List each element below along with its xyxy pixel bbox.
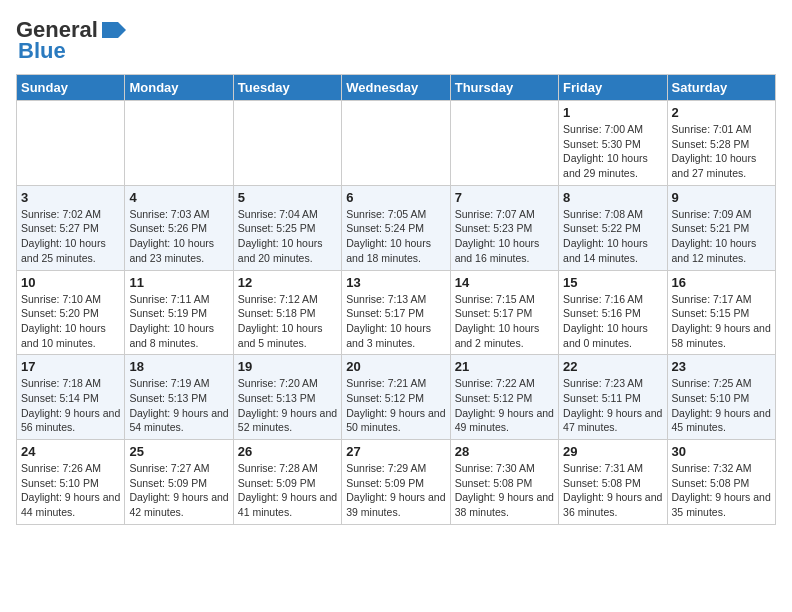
day-info: Sunrise: 7:31 AMSunset: 5:08 PMDaylight:… xyxy=(563,461,662,520)
day-number: 23 xyxy=(672,359,771,374)
day-info: Sunrise: 7:01 AMSunset: 5:28 PMDaylight:… xyxy=(672,122,771,181)
day-cell: 24Sunrise: 7:26 AMSunset: 5:10 PMDayligh… xyxy=(17,440,125,525)
day-cell: 8Sunrise: 7:08 AMSunset: 5:22 PMDaylight… xyxy=(559,185,667,270)
day-cell xyxy=(450,101,558,186)
day-info: Sunrise: 7:08 AMSunset: 5:22 PMDaylight:… xyxy=(563,207,662,266)
day-number: 19 xyxy=(238,359,337,374)
day-cell: 2Sunrise: 7:01 AMSunset: 5:28 PMDaylight… xyxy=(667,101,775,186)
day-cell xyxy=(342,101,450,186)
day-cell: 22Sunrise: 7:23 AMSunset: 5:11 PMDayligh… xyxy=(559,355,667,440)
day-cell: 19Sunrise: 7:20 AMSunset: 5:13 PMDayligh… xyxy=(233,355,341,440)
week-row-1: 1Sunrise: 7:00 AMSunset: 5:30 PMDaylight… xyxy=(17,101,776,186)
logo-icon xyxy=(98,16,126,44)
day-info: Sunrise: 7:26 AMSunset: 5:10 PMDaylight:… xyxy=(21,461,120,520)
day-number: 5 xyxy=(238,190,337,205)
day-cell: 15Sunrise: 7:16 AMSunset: 5:16 PMDayligh… xyxy=(559,270,667,355)
day-cell: 10Sunrise: 7:10 AMSunset: 5:20 PMDayligh… xyxy=(17,270,125,355)
day-cell: 12Sunrise: 7:12 AMSunset: 5:18 PMDayligh… xyxy=(233,270,341,355)
day-info: Sunrise: 7:25 AMSunset: 5:10 PMDaylight:… xyxy=(672,376,771,435)
day-info: Sunrise: 7:05 AMSunset: 5:24 PMDaylight:… xyxy=(346,207,445,266)
day-info: Sunrise: 7:29 AMSunset: 5:09 PMDaylight:… xyxy=(346,461,445,520)
week-row-4: 17Sunrise: 7:18 AMSunset: 5:14 PMDayligh… xyxy=(17,355,776,440)
day-number: 20 xyxy=(346,359,445,374)
weekday-header-sunday: Sunday xyxy=(17,75,125,101)
day-cell: 29Sunrise: 7:31 AMSunset: 5:08 PMDayligh… xyxy=(559,440,667,525)
day-cell: 13Sunrise: 7:13 AMSunset: 5:17 PMDayligh… xyxy=(342,270,450,355)
calendar-table: SundayMondayTuesdayWednesdayThursdayFrid… xyxy=(16,74,776,525)
day-number: 4 xyxy=(129,190,228,205)
day-info: Sunrise: 7:11 AMSunset: 5:19 PMDaylight:… xyxy=(129,292,228,351)
day-cell: 7Sunrise: 7:07 AMSunset: 5:23 PMDaylight… xyxy=(450,185,558,270)
day-number: 12 xyxy=(238,275,337,290)
day-number: 8 xyxy=(563,190,662,205)
day-info: Sunrise: 7:10 AMSunset: 5:20 PMDaylight:… xyxy=(21,292,120,351)
day-cell: 18Sunrise: 7:19 AMSunset: 5:13 PMDayligh… xyxy=(125,355,233,440)
day-number: 28 xyxy=(455,444,554,459)
day-cell xyxy=(125,101,233,186)
day-cell: 1Sunrise: 7:00 AMSunset: 5:30 PMDaylight… xyxy=(559,101,667,186)
day-cell: 9Sunrise: 7:09 AMSunset: 5:21 PMDaylight… xyxy=(667,185,775,270)
day-info: Sunrise: 7:00 AMSunset: 5:30 PMDaylight:… xyxy=(563,122,662,181)
header: General Blue xyxy=(16,16,776,64)
day-info: Sunrise: 7:21 AMSunset: 5:12 PMDaylight:… xyxy=(346,376,445,435)
day-number: 13 xyxy=(346,275,445,290)
day-number: 9 xyxy=(672,190,771,205)
day-number: 15 xyxy=(563,275,662,290)
day-number: 1 xyxy=(563,105,662,120)
day-number: 16 xyxy=(672,275,771,290)
weekday-header-tuesday: Tuesday xyxy=(233,75,341,101)
day-info: Sunrise: 7:04 AMSunset: 5:25 PMDaylight:… xyxy=(238,207,337,266)
weekday-header-monday: Monday xyxy=(125,75,233,101)
day-info: Sunrise: 7:16 AMSunset: 5:16 PMDaylight:… xyxy=(563,292,662,351)
day-cell: 26Sunrise: 7:28 AMSunset: 5:09 PMDayligh… xyxy=(233,440,341,525)
logo: General Blue xyxy=(16,16,126,64)
weekday-header-wednesday: Wednesday xyxy=(342,75,450,101)
svg-marker-0 xyxy=(102,22,126,38)
day-number: 11 xyxy=(129,275,228,290)
day-cell: 20Sunrise: 7:21 AMSunset: 5:12 PMDayligh… xyxy=(342,355,450,440)
weekday-header-saturday: Saturday xyxy=(667,75,775,101)
week-row-2: 3Sunrise: 7:02 AMSunset: 5:27 PMDaylight… xyxy=(17,185,776,270)
day-info: Sunrise: 7:22 AMSunset: 5:12 PMDaylight:… xyxy=(455,376,554,435)
day-cell: 6Sunrise: 7:05 AMSunset: 5:24 PMDaylight… xyxy=(342,185,450,270)
day-info: Sunrise: 7:28 AMSunset: 5:09 PMDaylight:… xyxy=(238,461,337,520)
day-cell: 30Sunrise: 7:32 AMSunset: 5:08 PMDayligh… xyxy=(667,440,775,525)
week-row-3: 10Sunrise: 7:10 AMSunset: 5:20 PMDayligh… xyxy=(17,270,776,355)
day-number: 7 xyxy=(455,190,554,205)
day-number: 30 xyxy=(672,444,771,459)
day-cell: 25Sunrise: 7:27 AMSunset: 5:09 PMDayligh… xyxy=(125,440,233,525)
weekday-header-row: SundayMondayTuesdayWednesdayThursdayFrid… xyxy=(17,75,776,101)
day-cell: 21Sunrise: 7:22 AMSunset: 5:12 PMDayligh… xyxy=(450,355,558,440)
day-number: 18 xyxy=(129,359,228,374)
day-number: 22 xyxy=(563,359,662,374)
day-cell: 17Sunrise: 7:18 AMSunset: 5:14 PMDayligh… xyxy=(17,355,125,440)
day-cell xyxy=(233,101,341,186)
day-cell: 4Sunrise: 7:03 AMSunset: 5:26 PMDaylight… xyxy=(125,185,233,270)
day-cell xyxy=(17,101,125,186)
day-number: 26 xyxy=(238,444,337,459)
day-number: 17 xyxy=(21,359,120,374)
day-info: Sunrise: 7:27 AMSunset: 5:09 PMDaylight:… xyxy=(129,461,228,520)
day-info: Sunrise: 7:18 AMSunset: 5:14 PMDaylight:… xyxy=(21,376,120,435)
day-info: Sunrise: 7:20 AMSunset: 5:13 PMDaylight:… xyxy=(238,376,337,435)
weekday-header-friday: Friday xyxy=(559,75,667,101)
day-number: 21 xyxy=(455,359,554,374)
day-number: 24 xyxy=(21,444,120,459)
day-number: 29 xyxy=(563,444,662,459)
day-cell: 14Sunrise: 7:15 AMSunset: 5:17 PMDayligh… xyxy=(450,270,558,355)
day-cell: 23Sunrise: 7:25 AMSunset: 5:10 PMDayligh… xyxy=(667,355,775,440)
day-number: 27 xyxy=(346,444,445,459)
day-number: 2 xyxy=(672,105,771,120)
day-cell: 27Sunrise: 7:29 AMSunset: 5:09 PMDayligh… xyxy=(342,440,450,525)
day-info: Sunrise: 7:19 AMSunset: 5:13 PMDaylight:… xyxy=(129,376,228,435)
day-info: Sunrise: 7:03 AMSunset: 5:26 PMDaylight:… xyxy=(129,207,228,266)
day-cell: 16Sunrise: 7:17 AMSunset: 5:15 PMDayligh… xyxy=(667,270,775,355)
day-info: Sunrise: 7:15 AMSunset: 5:17 PMDaylight:… xyxy=(455,292,554,351)
day-number: 6 xyxy=(346,190,445,205)
day-info: Sunrise: 7:32 AMSunset: 5:08 PMDaylight:… xyxy=(672,461,771,520)
day-info: Sunrise: 7:12 AMSunset: 5:18 PMDaylight:… xyxy=(238,292,337,351)
day-info: Sunrise: 7:30 AMSunset: 5:08 PMDaylight:… xyxy=(455,461,554,520)
week-row-5: 24Sunrise: 7:26 AMSunset: 5:10 PMDayligh… xyxy=(17,440,776,525)
day-cell: 3Sunrise: 7:02 AMSunset: 5:27 PMDaylight… xyxy=(17,185,125,270)
day-cell: 28Sunrise: 7:30 AMSunset: 5:08 PMDayligh… xyxy=(450,440,558,525)
